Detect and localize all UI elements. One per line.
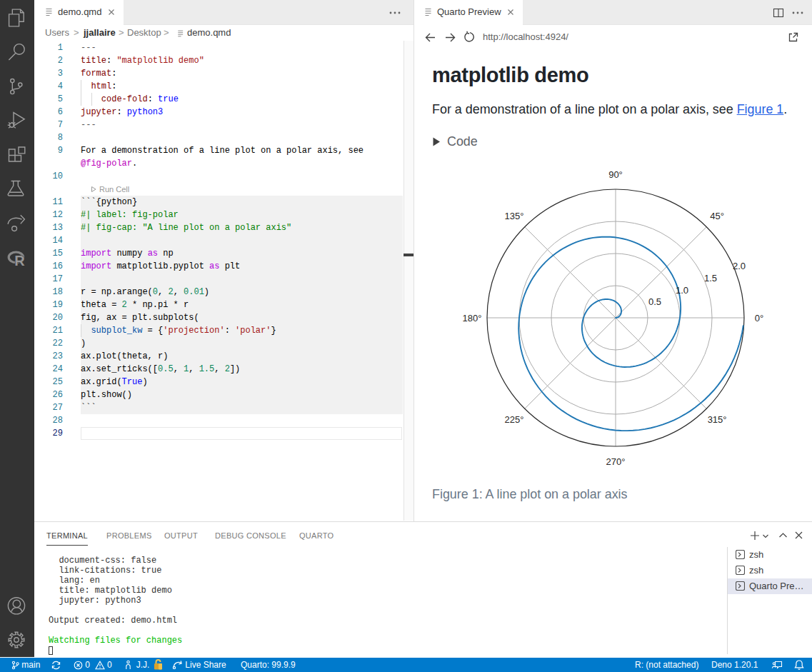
svg-text:180°: 180° bbox=[463, 313, 482, 324]
svg-text:135°: 135° bbox=[504, 211, 523, 221]
svg-text:1.5: 1.5 bbox=[704, 273, 717, 284]
svg-text:R: R bbox=[14, 253, 25, 269]
svg-text:1.0: 1.0 bbox=[676, 285, 688, 296]
svg-text:90°: 90° bbox=[608, 169, 623, 180]
svg-text:45°: 45° bbox=[710, 211, 724, 221]
svg-text:2.0: 2.0 bbox=[733, 261, 746, 271]
svg-text:270°: 270° bbox=[606, 456, 626, 467]
svg-text:0°: 0° bbox=[755, 313, 763, 324]
svg-text:315°: 315° bbox=[708, 414, 727, 425]
svg-text:0.5: 0.5 bbox=[648, 296, 661, 307]
svg-text:225°: 225° bbox=[504, 414, 523, 425]
